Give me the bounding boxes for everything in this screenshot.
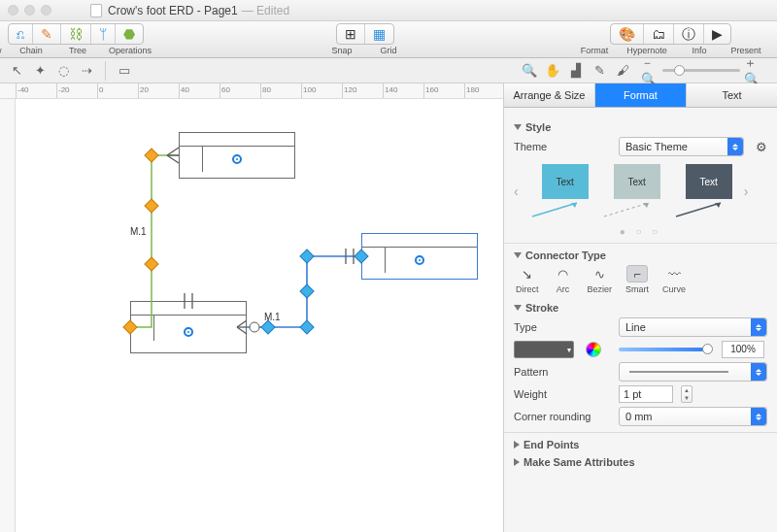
entity-right[interactable] <box>361 233 478 280</box>
weight-label: Weight <box>514 388 611 400</box>
swatch-page-dots[interactable]: ● ○ ○ <box>514 226 767 237</box>
present-button[interactable]: ▶ <box>704 24 730 44</box>
snap-label: Snap <box>331 46 352 55</box>
document-state: — Edited <box>242 4 289 17</box>
svg-rect-2 <box>145 257 158 271</box>
theme-swatch-3[interactable]: Text <box>672 162 734 220</box>
window-traffic-lights[interactable] <box>8 5 51 16</box>
chain-label: Chain <box>19 46 43 55</box>
svg-rect-1 <box>145 199 158 213</box>
lasso-tool-icon[interactable]: ◌ <box>54 62 72 80</box>
brush-icon[interactable]: 🖌 <box>614 62 631 80</box>
window-titlebar: Crow's foot ERD - Page1 — Edited <box>0 0 777 21</box>
connector-mode-segment[interactable]: ⎌ ✎ ⛓ ᛘ ⬣ <box>8 23 144 45</box>
tab-arrange[interactable]: Arrange & Size <box>504 83 595 107</box>
entity-top[interactable] <box>179 132 295 179</box>
anchor-dot-icon <box>184 327 193 337</box>
inspector-tabs: Arrange & Size Format Text <box>504 83 777 108</box>
connector-type-bezier[interactable]: ∿Bezier <box>588 265 613 294</box>
zoom-in-icon[interactable]: ＋🔍 <box>744 62 761 80</box>
opacity-value[interactable]: 100% <box>722 341 764 358</box>
svg-line-20 <box>532 203 577 216</box>
pattern-select[interactable] <box>619 362 767 382</box>
connector-type-curve[interactable]: 〰Curve <box>662 265 686 294</box>
chain-button[interactable]: ⛓ <box>61 24 91 44</box>
theme-swatch-2[interactable]: Text <box>600 162 662 220</box>
connector-type-smart[interactable]: ⌐Smart <box>625 265 649 294</box>
pattern-label: Pattern <box>514 366 611 378</box>
svg-line-22 <box>604 203 649 216</box>
document-icon <box>90 4 102 17</box>
zoom-slider[interactable] <box>662 69 740 72</box>
swatch-prev-icon[interactable]: ‹ <box>514 183 519 199</box>
weight-stepper[interactable]: ▲▼ <box>681 385 693 403</box>
entity-left[interactable] <box>130 301 247 353</box>
svg-marker-25 <box>715 203 721 208</box>
ruler-horizontal: -40-20020406080100120140160180 <box>0 83 503 99</box>
connector-section-header[interactable]: Connector Type <box>514 249 767 261</box>
endpoints-section-header[interactable]: End Points <box>514 439 767 450</box>
ops-label: Operations <box>109 46 152 55</box>
weight-field[interactable]: 1 pt <box>619 385 673 403</box>
rapid-draw-button[interactable]: ✎ <box>33 24 61 44</box>
opacity-slider[interactable] <box>619 348 708 351</box>
snap-button[interactable]: ⊞ <box>337 24 365 44</box>
tab-text[interactable]: Text <box>687 83 777 107</box>
connector-type-direct[interactable]: ↘Direct <box>516 265 539 294</box>
makesame-section-header[interactable]: Make Same Attributes <box>514 456 767 468</box>
main-toolbar: ⎌ ✎ ⛓ ᛘ ⬣ Smart Rapid Draw Chain Tree Op… <box>0 21 777 58</box>
svg-marker-23 <box>643 203 649 208</box>
stroke-section-header[interactable]: Stroke <box>514 302 767 314</box>
svg-rect-12 <box>300 249 314 263</box>
tree-button[interactable]: ᛘ <box>91 24 116 44</box>
multiplicity-label: M.1 <box>264 312 281 322</box>
theme-swatch-1[interactable]: Text <box>528 162 591 220</box>
canvas-area: -40-20020406080100120140160180 <box>0 83 503 532</box>
canvas[interactable]: M.1 <box>16 99 503 532</box>
info-label: Info <box>692 46 706 55</box>
eyedropper-icon[interactable]: ✎ <box>591 62 608 80</box>
tree-label: Tree <box>69 46 86 55</box>
library-icon[interactable]: ▭ <box>116 62 133 80</box>
multiplicity-label: M.1 <box>130 226 147 237</box>
zoom-out-icon[interactable]: －🔍 <box>641 62 659 80</box>
connect-tool-icon[interactable]: ⇢ <box>78 62 95 80</box>
tab-format[interactable]: Format <box>595 83 687 107</box>
magnify-icon[interactable]: 🔍 <box>521 62 538 80</box>
corner-select[interactable]: 0 mm <box>619 407 767 426</box>
theme-label: Theme <box>514 141 611 152</box>
svg-line-6 <box>167 155 179 163</box>
hypernote-button[interactable]: 🗂 <box>644 24 674 44</box>
ruler-vertical <box>0 99 16 532</box>
anchor-dot-icon <box>232 154 242 164</box>
snap-grid-segment[interactable]: ⊞ ▦ <box>336 23 394 45</box>
node-tool-icon[interactable]: ✦ <box>31 62 49 80</box>
hand-icon[interactable]: ✋ <box>544 62 561 80</box>
swatch-next-icon[interactable]: › <box>744 183 749 199</box>
stroke-type-select[interactable]: Line <box>619 317 767 337</box>
svg-rect-9 <box>261 320 275 334</box>
svg-rect-11 <box>300 284 314 298</box>
stroke-color-well[interactable]: ▾ <box>514 341 574 358</box>
svg-rect-0 <box>145 149 158 162</box>
grid-label: Grid <box>380 46 396 55</box>
svg-point-14 <box>250 322 259 332</box>
corner-label: Corner rounding <box>514 411 611 422</box>
color-wheel-icon[interactable] <box>586 342 601 357</box>
anchor-dot-icon <box>415 255 424 265</box>
connector-type-arc[interactable]: ◠Arc <box>553 265 574 294</box>
stamp-icon[interactable]: ▟ <box>567 62 585 80</box>
smart-mode-button[interactable]: ⎌ <box>9 24 33 44</box>
pointer-tool-icon[interactable]: ↖ <box>8 62 25 80</box>
style-section-header[interactable]: Style <box>514 121 767 133</box>
format-panel-button[interactable]: 🎨 <box>611 24 644 44</box>
theme-select[interactable]: Basic Theme <box>619 137 744 156</box>
secondary-toolbar: ↖ ✦ ◌ ⇢ ▭ 🔍 ✋ ▟ ✎ 🖌 －🔍 ＋🔍 <box>0 58 777 83</box>
operations-button[interactable]: ⬣ <box>116 24 143 44</box>
format-label: Format <box>581 46 609 55</box>
grid-button[interactable]: ▦ <box>365 24 393 44</box>
right-segment[interactable]: 🎨 🗂 ⓘ ▶ <box>610 23 731 45</box>
info-button[interactable]: ⓘ <box>674 24 704 44</box>
svg-line-24 <box>676 203 721 216</box>
gear-icon[interactable]: ⚙ <box>756 140 767 154</box>
